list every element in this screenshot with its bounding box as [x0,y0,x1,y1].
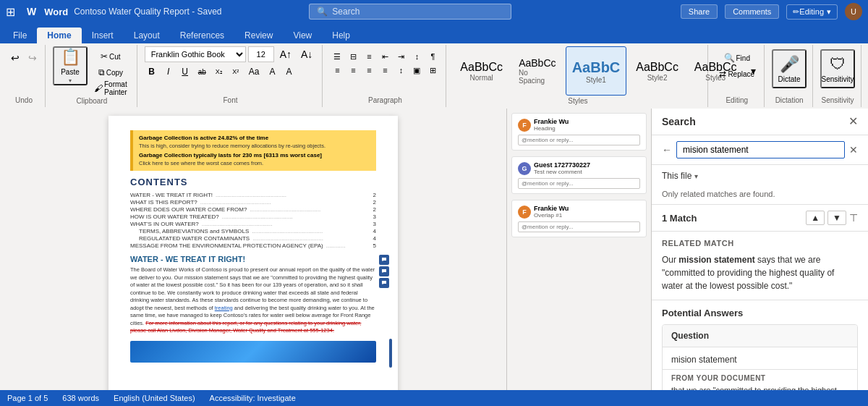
toc-item[interactable]: HOW IS OUR WATER TREATED? ..............… [130,213,376,220]
tab-references[interactable]: References [170,28,234,43]
comment-name-2: Guest 1727730227 [534,161,590,169]
user-avatar[interactable]: U [845,3,862,20]
editing-dropdown-icon: ▾ [827,7,831,17]
numbering-button[interactable]: ⊟ [346,51,360,62]
find-label: Find [736,54,750,62]
sort-button[interactable]: ↕ [409,51,424,62]
highlight-button[interactable]: A [282,64,297,79]
comment-reply-input-1[interactable] [518,135,640,145]
increase-indent-button[interactable]: ⇥ [393,51,408,62]
replace-button[interactable]: ⇄ Replace [715,67,758,81]
find-icon: 🔍 [724,53,735,63]
main-area: Garbage Collection is active 24.82% of t… [0,109,868,405]
comment-marker-1[interactable] [379,255,389,265]
search-back-button[interactable]: ← [662,144,672,156]
multilevel-button[interactable]: ≡ [362,51,376,62]
undo-button[interactable]: ↩ [7,51,23,65]
font-family-select[interactable]: Franklin Gothic Book [145,46,246,62]
comment-marker-3[interactable] [379,278,389,288]
bold-button[interactable]: B [145,64,159,79]
shading-button[interactable]: ▣ [409,64,424,76]
toc-item[interactable]: WHAT IS THIS REPORT? ...................… [130,199,376,206]
tab-layout[interactable]: Layout [124,28,170,43]
toc-item[interactable]: WHERE DOES OUR WATER COME FROM? ........… [130,206,376,213]
toc-item[interactable]: WATER - WE TREAT IT RIGHT! .............… [130,192,376,198]
search-text-input[interactable] [676,141,845,158]
toc-item[interactable]: REGULATATED WATER CONTAMINANTS .........… [130,235,376,242]
paragraph-group: ☰ ⊟ ≡ ⇤ ⇥ ↕ ¶ ≡ ≡ ≡ ≡ ↕ ▣ ⊞ Paragraph [324,45,446,107]
borders-button[interactable]: ⊞ [425,64,440,76]
cut-button[interactable]: ✂ Cut [90,49,131,64]
tab-file[interactable]: File [3,28,37,43]
align-center-button[interactable]: ≡ [346,64,360,76]
comment-role-1: Heading [534,125,569,132]
comments-button[interactable]: Comments [725,4,779,19]
global-search-input[interactable] [332,7,491,17]
search-scope-label[interactable]: This file [662,171,692,181]
comment-role-2: Test new comment [534,169,590,175]
format-painter-button[interactable]: 🖌 Format Painter [90,81,131,96]
comment-reply-input-2[interactable] [518,178,640,189]
toc-item-text: MESSAGE FROM THE ENVIRONMENTAL PROTECTIO… [130,242,323,249]
editing-mode-button[interactable]: ✏ Editing ▾ [786,4,838,20]
editing-label: Editing [799,7,824,16]
sensitivity-icon: 🛡 [830,55,846,74]
subscript-button[interactable]: X₂ [212,64,226,79]
match-prev-button[interactable]: ▲ [806,211,825,225]
show-paragraph-button[interactable]: ¶ [425,51,440,62]
change-case-button[interactable]: Aa [245,64,263,79]
search-clear-button[interactable]: ✕ [849,144,858,156]
toc-item-text: REGULATATED WATER CONTAMINANTS [130,235,250,242]
cut-icon: ✂ [101,51,108,62]
match-next-button[interactable]: ▼ [827,211,846,225]
toc-item[interactable]: MESSAGE FROM THE ENVIRONMENTAL PROTECTIO… [130,242,376,249]
toc-item[interactable]: WHAT'S IN OUR WATER? ...................… [130,221,376,227]
font-color-button[interactable]: A [265,64,280,79]
bullets-button[interactable]: ☰ [330,51,344,62]
format-painter-label: Format Painter [104,80,127,96]
app-grid-icon[interactable]: ⊞ [6,5,15,19]
comment-reply-input-3[interactable] [518,221,640,232]
tab-insert[interactable]: Insert [82,28,124,43]
decrease-indent-button[interactable]: ⇤ [378,51,392,62]
search-close-button[interactable]: ✕ [848,116,858,127]
tab-home[interactable]: Home [37,28,81,43]
copy-button[interactable]: ⧉ Copy [90,65,131,80]
match-count-label: 1 Match [662,213,697,224]
toc-page: 2 [373,206,376,213]
editing-label: Editing [726,96,748,106]
style-normal[interactable]: AaBbCc Normal [454,46,509,96]
toc-item[interactable]: TERMS, ABBREVIATIONS and SYMBOLS .......… [130,228,376,234]
justify-button[interactable]: ≡ [378,64,392,76]
line-spacing-button[interactable]: ↕ [393,64,408,76]
underline-button[interactable]: U [178,64,192,79]
dictate-button[interactable]: 🎤 Dictate [772,49,807,88]
redo-button[interactable]: ↪ [25,51,41,65]
paragraph-label: Paragraph [368,96,402,106]
paste-button[interactable]: 📋 Paste ▾ [53,46,88,85]
italic-button[interactable]: I [161,64,176,79]
share-button[interactable]: Share [681,4,718,19]
shrink-font-button[interactable]: A↓ [297,47,316,62]
tab-review[interactable]: Review [234,28,283,43]
sensitivity-button[interactable]: 🛡 Sensitivity [820,49,855,88]
grow-font-button[interactable]: A↑ [276,47,295,62]
find-button[interactable]: 🔍 Find [715,51,758,65]
superscript-button[interactable]: X² [229,64,243,79]
replace-icon: ⇄ [719,69,726,79]
tab-help[interactable]: Help [322,28,360,43]
tab-view[interactable]: View [283,28,322,43]
align-right-button[interactable]: ≡ [362,64,376,76]
font-size-input[interactable]: 12 [248,46,274,62]
strikethrough-button[interactable]: ab [195,64,210,79]
align-left-button[interactable]: ≡ [330,64,344,76]
toc-item-text: TERMS, ABBREVIATIONS and SYMBOLS [130,228,249,234]
title-bar-actions: Share Comments ✏ Editing ▾ U [681,3,862,20]
style-style2[interactable]: AaBbCc Style2 [629,46,685,96]
global-search-bar[interactable]: 🔍 [309,4,511,20]
style-no-spacing[interactable]: AaBbCc No Spacing [512,46,563,96]
style-no-spacing-label: No Spacing [519,69,556,85]
style-style1[interactable]: AaBbC Style1 [566,46,627,96]
match-filter-button[interactable]: ⊤ [849,212,858,224]
comment-marker-2[interactable] [379,266,389,276]
